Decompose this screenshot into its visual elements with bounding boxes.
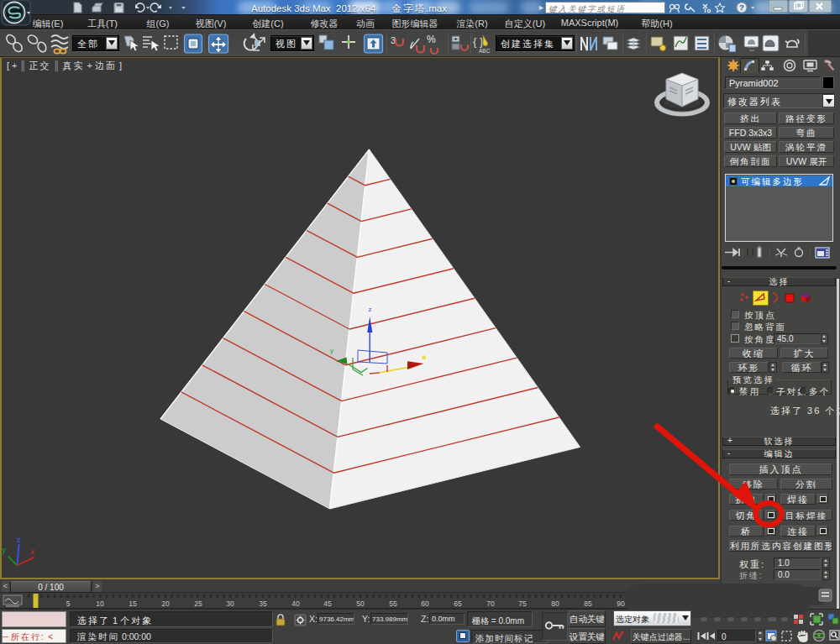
svg-text:90: 90 bbox=[617, 599, 625, 608]
svg-text:55: 55 bbox=[389, 599, 397, 608]
svg-text:ABC: ABC bbox=[479, 48, 491, 54]
svg-text:65: 65 bbox=[454, 599, 462, 608]
svg-text:?: ? bbox=[739, 3, 744, 12]
svg-text:x: x bbox=[30, 547, 34, 556]
svg-text:y: y bbox=[2, 546, 6, 554]
svg-text:70: 70 bbox=[486, 599, 495, 608]
svg-text:80: 80 bbox=[551, 599, 559, 608]
svg-text:15: 15 bbox=[129, 599, 137, 608]
svg-text:75: 75 bbox=[518, 599, 527, 608]
svg-text:25: 25 bbox=[194, 599, 202, 608]
svg-text:z: z bbox=[369, 306, 372, 313]
svg-text:30: 30 bbox=[226, 599, 234, 608]
svg-text:45: 45 bbox=[323, 599, 332, 608]
svg-text:5: 5 bbox=[66, 599, 71, 608]
svg-text:85: 85 bbox=[584, 599, 592, 608]
svg-text:60: 60 bbox=[421, 599, 429, 608]
svg-text:%: % bbox=[427, 34, 436, 45]
svg-text:y: y bbox=[330, 347, 333, 354]
svg-text:{ }: { } bbox=[473, 35, 484, 48]
svg-text:20: 20 bbox=[161, 599, 170, 608]
svg-text:35: 35 bbox=[259, 599, 267, 608]
svg-text:50: 50 bbox=[356, 599, 365, 608]
svg-text:40: 40 bbox=[291, 599, 300, 608]
svg-text:z: z bbox=[17, 536, 21, 544]
svg-text:10: 10 bbox=[96, 599, 104, 608]
